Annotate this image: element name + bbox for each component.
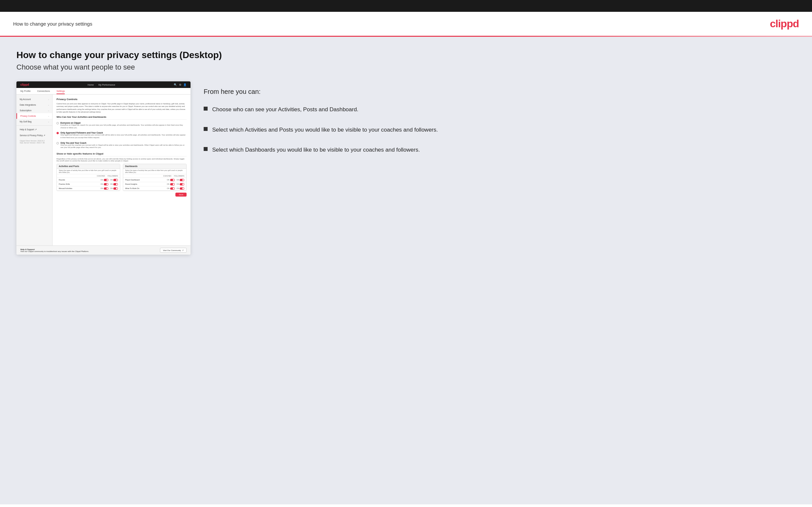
mock-activities-header: Activities and Posts bbox=[57, 164, 120, 169]
mock-toggle bbox=[170, 183, 175, 185]
mock-show-hide-section: Show or hide specific features in Clippd… bbox=[56, 152, 187, 198]
mock-sidebar-golf-bag: My Golf Bag › bbox=[16, 119, 52, 124]
mock-sidebar-subscription: Subscription › bbox=[16, 108, 52, 113]
bullet-text-1: Choose who can see your Activities, Post… bbox=[212, 105, 358, 114]
mock-save-row: Save bbox=[56, 191, 187, 198]
mock-chevron-icon: › bbox=[48, 99, 49, 100]
mock-radio-circle bbox=[56, 122, 59, 124]
mock-external-link-icon: ↗ bbox=[182, 249, 184, 251]
mock-sidebar: My Account › Data Integrations › Subscri… bbox=[16, 95, 53, 245]
mock-toggle bbox=[170, 179, 175, 181]
mock-sidebar-divider bbox=[16, 125, 52, 126]
mock-dashboards-panel: Dashboards Select the types of activity … bbox=[123, 164, 187, 191]
mock-toggle bbox=[104, 183, 108, 185]
bullet-item-1: Choose who can see your Activities, Post… bbox=[204, 105, 796, 114]
mock-help-desc: Visit our Clippd community to troublesho… bbox=[20, 250, 89, 252]
mock-toggle bbox=[113, 183, 118, 185]
mock-row-practice-drills: Practice Drills ON ON bbox=[57, 182, 120, 186]
mock-show-hide-desc: Regardless of the privacy controls that … bbox=[56, 158, 187, 162]
mock-nav-links: Home My Performance bbox=[88, 84, 115, 86]
mock-nav-icons: 🔍 ⚙ 👤 bbox=[174, 83, 187, 86]
mock-sidebar-service: Service & Privacy Policy ↗ bbox=[16, 132, 52, 138]
two-col-layout: clippd Home My Performance 🔍 ⚙ 👤 My Prof… bbox=[16, 81, 796, 255]
mock-toggle bbox=[180, 187, 184, 190]
mock-user-icon: 👤 bbox=[183, 83, 187, 86]
mock-toggle bbox=[113, 179, 118, 181]
mock-gear-icon: ⚙ bbox=[179, 83, 181, 86]
footer: Copyright Clippd 2022 bbox=[0, 504, 812, 507]
mock-row-round-insights: Round Insights ON ON bbox=[123, 182, 186, 186]
mock-dashboards-desc: Select the types of activity that you'd … bbox=[123, 169, 186, 174]
mock-body: My Account › Data Integrations › Subscri… bbox=[16, 95, 191, 245]
bullet-list: Choose who can see your Activities, Post… bbox=[204, 105, 796, 154]
logo: clippd bbox=[770, 18, 799, 30]
from-here-text: From here you can: bbox=[204, 88, 796, 96]
main-content: How to change your privacy settings (Des… bbox=[0, 37, 812, 504]
mock-logo: clippd bbox=[20, 83, 29, 86]
mock-who-can-see-title: Who Can See Your Activities and Dashboar… bbox=[56, 116, 187, 120]
mock-two-panels: Activities and Posts Select the types of… bbox=[56, 164, 187, 191]
mock-toggle bbox=[104, 187, 108, 190]
mock-chevron-icon: › bbox=[48, 115, 49, 117]
bullet-square-icon bbox=[204, 127, 208, 131]
mock-privacy-desc: Control how you and your data appears to… bbox=[56, 102, 187, 113]
mock-activities-desc: Select the types of activity that you'd … bbox=[57, 169, 120, 174]
mock-save-button[interactable]: Save bbox=[175, 192, 187, 196]
bullet-square-icon bbox=[204, 107, 208, 111]
page-heading: How to change your privacy settings (Des… bbox=[16, 50, 796, 60]
bullet-text-2: Select which Activities and Posts you wo… bbox=[212, 126, 438, 134]
mock-radio-followers: Only Approved Followers and Your Coach O… bbox=[56, 131, 187, 139]
bullet-item-3: Select which Dashboards you would like t… bbox=[204, 146, 796, 154]
mock-main-panel: Privacy Controls Control how you and you… bbox=[53, 95, 191, 245]
mock-search-icon: 🔍 bbox=[174, 83, 177, 86]
mock-toggle bbox=[180, 179, 184, 181]
mock-sidebar-privacy-controls: Privacy Controls › bbox=[16, 113, 52, 119]
mock-sidebar-footer: Clippd Client Version: 2022.8.2 SQL Serv… bbox=[16, 138, 52, 145]
mock-tab-settings: Settings bbox=[56, 90, 65, 94]
mock-toggle bbox=[180, 183, 184, 185]
mock-navbar: clippd Home My Performance 🔍 ⚙ 👤 bbox=[16, 81, 191, 88]
bullet-text-3: Select which Dashboards you would like t… bbox=[212, 146, 420, 154]
page-subheading: Choose what you want people to see bbox=[16, 63, 796, 71]
mock-radio-circle-selected bbox=[56, 132, 59, 134]
mock-row-player-dashboard: Player Dashboard ON ON bbox=[123, 178, 186, 182]
mock-nav-performance: My Performance bbox=[98, 84, 115, 86]
mock-row-rounds: Rounds ON ON bbox=[57, 178, 120, 182]
mock-radio-everyone: Everyone on Clippd Everyone on Clippd ca… bbox=[56, 122, 187, 129]
mock-show-hide-title: Show or hide specific features in Clippd bbox=[56, 152, 187, 157]
mock-privacy-title: Privacy Controls bbox=[56, 98, 187, 101]
mock-tab-profile: My Profile bbox=[20, 90, 31, 94]
header: How to change your privacy settings clip… bbox=[0, 12, 812, 36]
mock-radio-only-you: Only You and Your Coach Only you and the… bbox=[56, 142, 187, 149]
mock-sidebar-help: Help & Support ↗ bbox=[16, 127, 52, 132]
mock-chevron-icon: › bbox=[48, 110, 49, 112]
right-panel: From here you can: Choose who can see yo… bbox=[204, 81, 796, 166]
mock-activities-panel: Activities and Posts Select the types of… bbox=[56, 164, 120, 191]
mock-row-manual-activities: Manual Activities ON ON bbox=[57, 186, 120, 191]
mock-toggle bbox=[113, 187, 118, 190]
mock-tab-connections: Connections bbox=[37, 90, 50, 94]
mock-chevron-icon: › bbox=[48, 121, 49, 123]
mock-help-bar: Help & Support Visit our Clippd communit… bbox=[16, 245, 191, 255]
mock-chevron-icon: › bbox=[48, 104, 49, 106]
mock-sub-nav: My Profile Connections Settings bbox=[16, 88, 191, 95]
mock-toggle bbox=[104, 179, 108, 181]
mock-dashboards-cols: COACHES FOLLOWERS bbox=[123, 174, 186, 178]
mock-visit-community-button[interactable]: Visit Our Community ↗ bbox=[160, 248, 187, 253]
bullet-square-icon bbox=[204, 147, 208, 151]
mock-toggle bbox=[170, 187, 175, 190]
mock-activities-cols: COACHES FOLLOWERS bbox=[57, 174, 120, 178]
mock-radio-circle bbox=[56, 142, 59, 145]
mock-nav-home: Home bbox=[88, 84, 94, 86]
screenshot-mockup: clippd Home My Performance 🔍 ⚙ 👤 My Prof… bbox=[16, 81, 191, 255]
mock-sidebar-data-integrations: Data Integrations › bbox=[16, 102, 52, 108]
bullet-item-2: Select which Activities and Posts you wo… bbox=[204, 126, 796, 134]
mock-row-what-to-work-on: What To Work On ON ON bbox=[123, 186, 186, 191]
header-title: How to change your privacy settings bbox=[13, 21, 92, 26]
mock-dashboards-header: Dashboards bbox=[123, 164, 186, 169]
mock-sidebar-account: My Account › bbox=[16, 97, 52, 102]
top-bar bbox=[0, 0, 812, 12]
